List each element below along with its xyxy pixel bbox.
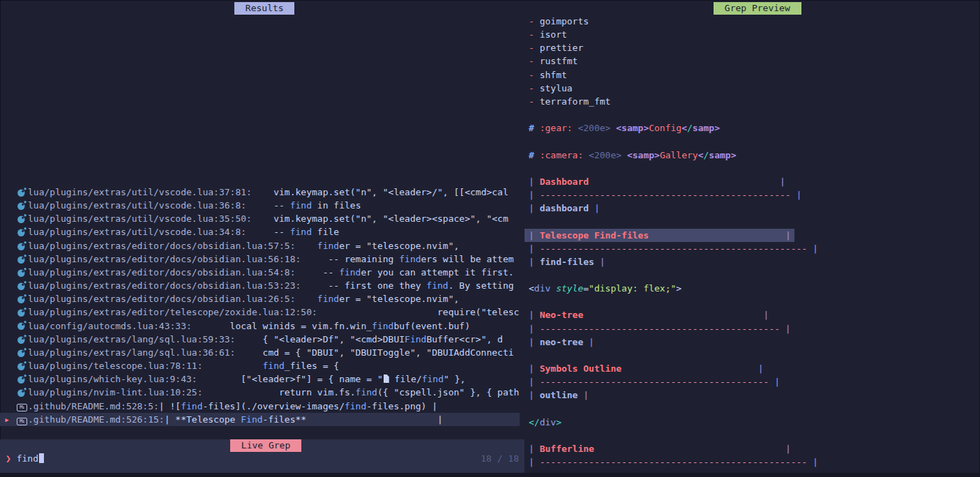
lua-icon bbox=[17, 360, 28, 372]
results-title: Results bbox=[234, 2, 294, 15]
preview-line: | Neo-tree | bbox=[529, 308, 818, 321]
result-location: lua/plugins/extras/editor/docs/obsidian.… bbox=[28, 280, 301, 291]
preview-panel: - goimports- isort- prettier- rustfmt- s… bbox=[525, 0, 980, 477]
result-row[interactable]: lua/config/autocmds.lua:43:33: local win… bbox=[0, 319, 520, 333]
lua-icon bbox=[17, 199, 28, 212]
live-grep-title: Live Grep bbox=[230, 439, 301, 452]
text-cursor bbox=[39, 453, 44, 463]
preview-line: - goimports bbox=[529, 15, 818, 28]
result-row[interactable]: lua/plugins/extras/editor/docs/obsidian.… bbox=[0, 266, 520, 279]
preview-line: | --------------------------------------… bbox=[529, 242, 818, 255]
preview-line bbox=[529, 295, 818, 308]
preview-line: <div style="display: flex;"> bbox=[529, 282, 818, 295]
preview-line: - rustfmt bbox=[529, 54, 818, 68]
result-row[interactable]: lua/plugins/extras/lang/sql.lua:59:33: {… bbox=[0, 333, 520, 346]
match-counter: 18 / 18 bbox=[481, 452, 519, 465]
lua-icon bbox=[17, 373, 28, 386]
result-row[interactable]: lua/plugins/extras/util/vscode.lua:36:8:… bbox=[0, 199, 520, 212]
selection-arrow-icon: ▸ bbox=[4, 413, 10, 426]
lua-icon bbox=[17, 347, 28, 359]
result-row[interactable]: lua/plugins/nvim-lint.lua:10:25: return … bbox=[0, 386, 520, 399]
results-panel: lua/plugins/extras/util/vscode.lua:37:81… bbox=[0, 0, 520, 437]
result-row[interactable]: lua/plugins/extras/util/vscode.lua:34:8:… bbox=[0, 225, 520, 238]
preview-line bbox=[529, 135, 818, 148]
result-location: .github/README.md:528:5: bbox=[28, 401, 159, 411]
preview-line: - prettier bbox=[529, 41, 818, 54]
lua-icon bbox=[17, 186, 28, 199]
result-location: lua/plugins/extras/util/vscode.lua:36:8: bbox=[28, 200, 246, 211]
preview-line bbox=[529, 162, 818, 175]
result-row[interactable]: lua/plugins/telescope.lua:78:11: find_fi… bbox=[0, 359, 520, 372]
result-row-selected[interactable]: ▸M↓.github/README.md:526:15:| **Telescop… bbox=[0, 413, 520, 426]
result-location: lua/config/autocmds.lua:43:33: bbox=[28, 321, 192, 331]
prompt-panel: Live Grep ❯ find 18 / 18 bbox=[0, 439, 525, 473]
preview-line: | --------------------------------------… bbox=[529, 188, 818, 202]
preview-line: | dashboard | bbox=[529, 202, 818, 215]
lua-icon bbox=[17, 306, 28, 319]
preview-line: | neo-tree | bbox=[529, 335, 818, 349]
result-row[interactable]: lua/plugins/which-key.lua:9:43: ["<leade… bbox=[0, 372, 520, 386]
preview-line bbox=[529, 215, 818, 228]
telescope-live-grep-window: lua/plugins/extras/util/vscode.lua:37:81… bbox=[0, 0, 980, 477]
result-location: lua/plugins/extras/editor/docs/obsidian.… bbox=[28, 267, 296, 278]
result-location: lua/plugins/extras/editor/docs/obsidian.… bbox=[28, 241, 296, 251]
search-input[interactable]: ❯ find bbox=[6, 452, 44, 465]
lua-icon bbox=[17, 213, 28, 225]
result-location: lua/plugins/telescope.lua:78:11: bbox=[28, 361, 202, 371]
result-location: lua/plugins/extras/util/vscode.lua:34:8: bbox=[28, 227, 246, 237]
preview-cursor-line: | Telescope Find-files | bbox=[525, 229, 794, 242]
lua-icon bbox=[17, 319, 28, 332]
lua-icon bbox=[17, 253, 28, 266]
search-query-text: find bbox=[17, 453, 38, 464]
preview-line: | --------------------------------------… bbox=[529, 322, 818, 335]
result-row[interactable]: lua/plugins/extras/util/vscode.lua:37:81… bbox=[0, 186, 520, 199]
result-location: lua/plugins/extras/util/vscode.lua:35:50… bbox=[28, 213, 252, 224]
preview-line bbox=[529, 108, 818, 121]
result-location: lua/plugins/extras/editor/docs/obsidian.… bbox=[28, 294, 296, 304]
preview-line: | Dashboard | bbox=[529, 175, 818, 188]
preview-line: | Bufferline | bbox=[529, 442, 818, 455]
result-row[interactable]: lua/plugins/extras/editor/telescope/zoxi… bbox=[0, 305, 520, 319]
result-row[interactable]: lua/plugins/extras/editor/docs/obsidian.… bbox=[0, 292, 520, 305]
result-location: lua/plugins/extras/editor/telescope/zoxi… bbox=[28, 307, 317, 317]
lua-icon bbox=[17, 386, 28, 399]
result-location: .github/README.md:526:15: bbox=[28, 414, 165, 425]
preview-line: - stylua bbox=[529, 82, 818, 95]
result-row[interactable]: lua/plugins/extras/util/vscode.lua:35:50… bbox=[0, 212, 520, 225]
markdown-icon: M↓ bbox=[17, 400, 28, 412]
result-row[interactable]: lua/plugins/extras/editor/docs/obsidian.… bbox=[0, 252, 520, 266]
lua-icon bbox=[17, 266, 28, 279]
lua-icon bbox=[17, 226, 28, 238]
preview-line: | Symbols Outline | bbox=[529, 362, 818, 375]
lua-icon bbox=[17, 240, 28, 252]
preview-line bbox=[529, 402, 818, 416]
preview-line: # :camera: <200e> <samp>Gallery</samp> bbox=[529, 149, 818, 162]
file-icon bbox=[383, 372, 389, 386]
result-location: lua/plugins/extras/lang/sql.lua:59:33: bbox=[28, 334, 235, 344]
result-row[interactable]: lua/plugins/extras/editor/docs/obsidian.… bbox=[0, 279, 520, 292]
preview-line: </div> bbox=[529, 416, 818, 429]
preview-line: | --------------------------------------… bbox=[529, 375, 818, 388]
result-location: lua/plugins/extras/editor/docs/obsidian.… bbox=[28, 254, 301, 264]
result-row[interactable]: M↓.github/README.md:528:5:| ![find-files… bbox=[0, 400, 520, 413]
window-bottom-edge bbox=[0, 473, 980, 477]
result-row[interactable]: lua/plugins/extras/editor/docs/obsidian.… bbox=[0, 239, 520, 252]
preview-line bbox=[529, 429, 818, 442]
results-list: lua/plugins/extras/util/vscode.lua:37:81… bbox=[0, 186, 520, 426]
preview-content: - goimports- isort- prettier- rustfmt- s… bbox=[529, 15, 818, 469]
preview-line: | find-files | bbox=[529, 255, 818, 268]
result-row[interactable]: lua/plugins/extras/lang/sql.lua:36:61: c… bbox=[0, 346, 520, 359]
preview-title: Grep Preview bbox=[714, 2, 801, 15]
preview-line: | outline | bbox=[529, 388, 818, 402]
preview-line bbox=[529, 349, 818, 362]
preview-line: - terraform_fmt bbox=[529, 95, 818, 108]
preview-line: | --------------------------------------… bbox=[529, 455, 818, 469]
preview-line bbox=[529, 268, 818, 282]
lua-icon bbox=[17, 280, 28, 292]
result-location: lua/plugins/extras/util/vscode.lua:37:81… bbox=[28, 187, 252, 197]
result-location: lua/plugins/extras/lang/sql.lua:36:61: bbox=[28, 347, 235, 358]
lua-icon bbox=[17, 333, 28, 346]
preview-line: # :gear: <200e> <samp>Config</samp> bbox=[529, 121, 818, 135]
lua-icon bbox=[17, 293, 28, 305]
preview-line: - isort bbox=[529, 28, 818, 41]
